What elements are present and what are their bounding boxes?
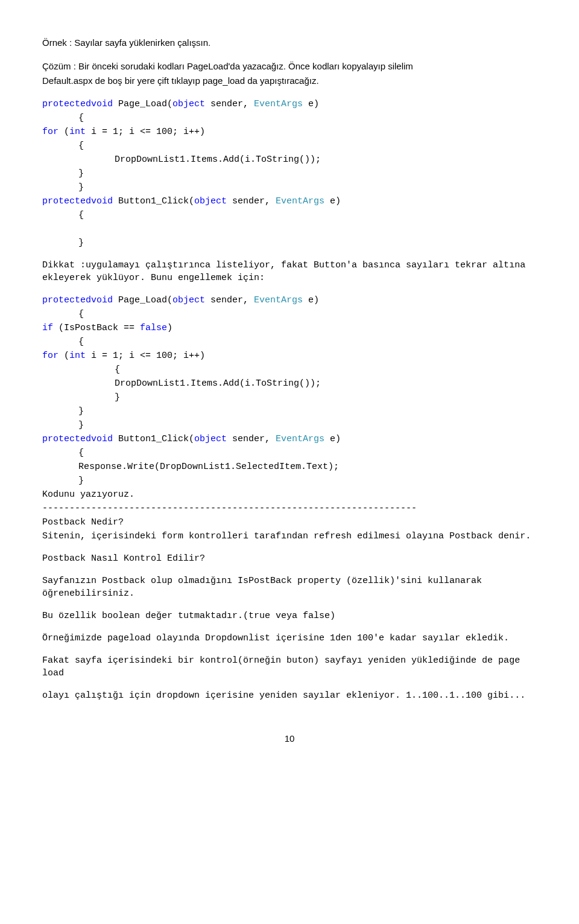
code-line: Response.Write(DropDownList1.SelectedIte…	[42, 460, 537, 473]
code-line: {	[42, 112, 537, 124]
code-block-2: protectedvoid Page_Load(object sender, E…	[42, 294, 537, 515]
page-number: 10	[42, 732, 537, 746]
code-line: }	[42, 167, 537, 180]
code-line: }	[42, 237, 537, 249]
code-line: {	[42, 447, 537, 459]
heading-solution-line2: Default.aspx de boş bir yere çift tıklay…	[42, 74, 537, 88]
code-line: Kodunu yazıyoruz.	[42, 488, 537, 501]
code-line: }	[42, 405, 537, 418]
code-line: }	[42, 419, 537, 432]
code-line: }	[42, 391, 537, 404]
code-line: protectedvoid Page_Load(object sender, E…	[42, 98, 537, 110]
code-line: for (int i = 1; i <= 100; i++)	[42, 126, 537, 138]
code-block-1: protectedvoid Page_Load(object sender, E…	[42, 98, 537, 249]
code-line: }	[42, 181, 537, 194]
code-line: protectedvoid Page_Load(object sender, E…	[42, 294, 537, 307]
heading-solution-line1: Çözüm : Bir önceki sorudaki kodları Page…	[42, 60, 537, 74]
heading-example: Örnek : Sayılar sayfa yüklenirken çalışs…	[42, 36, 537, 50]
postback-a6: olayı çalıştığı için dropdown içerisine …	[42, 689, 537, 702]
postback-q2: Postback Nasıl Kontrol Edilir?	[42, 552, 537, 565]
postback-a4: Örneğimizde pageload olayında Dropdownli…	[42, 632, 537, 645]
code-line: {	[42, 209, 537, 221]
code-line: for (int i = 1; i <= 100; i++)	[42, 349, 537, 362]
postback-a3: Bu özellik boolean değer tutmaktadır.(tr…	[42, 610, 537, 622]
postback-a2: Sayfanızın Postback olup olmadığını IsPo…	[42, 575, 537, 600]
code-line: {	[42, 336, 537, 348]
code-line: }	[42, 474, 537, 487]
code-line: {	[42, 308, 537, 320]
code-line: DropDownList1.Items.Add(i.ToString());	[42, 377, 537, 390]
code-line: protectedvoid Button1_Click(object sende…	[42, 195, 537, 208]
code-line: {	[42, 363, 537, 376]
document-body: Örnek : Sayılar sayfa yüklenirken çalışs…	[42, 36, 537, 745]
separator-line: ----------------------------------------…	[42, 502, 537, 515]
postback-a5: Fakat sayfa içerisindeki bir kontrol(örn…	[42, 654, 537, 680]
code-line: {	[42, 139, 537, 152]
code-line: DropDownList1.Items.Add(i.ToString());	[42, 153, 537, 166]
postback-a1: Sitenin, içerisindeki form kontrolleri t…	[42, 530, 537, 543]
postback-q1: Postback Nedir?	[42, 516, 537, 529]
code-line: if (IsPostBack == false)	[42, 322, 537, 334]
code-line: protectedvoid Button1_Click(object sende…	[42, 433, 537, 445]
note-dikkat: Dikkat :uygulamayı çalıştırınca listeliy…	[42, 259, 537, 284]
postback-section: Postback Nedir? Sitenin, içerisindeki fo…	[42, 516, 537, 702]
